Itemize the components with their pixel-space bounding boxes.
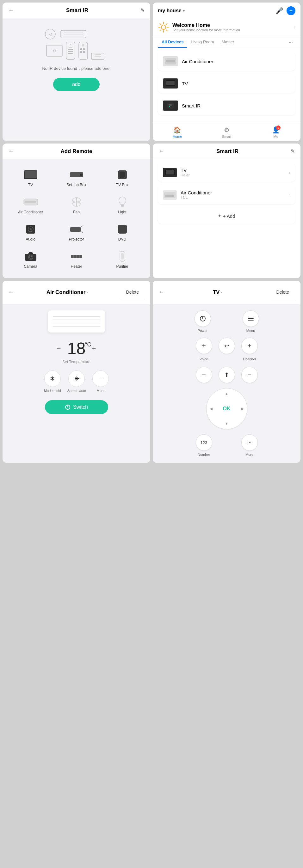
edit-icon[interactable]: ✎ <box>141 7 145 13</box>
svg-rect-30 <box>165 58 176 64</box>
nav-me[interactable]: 👤 1 Me <box>251 125 300 140</box>
nav-up-arrow[interactable]: ▲ <box>225 392 229 396</box>
more-control[interactable]: ··· More <box>92 370 109 393</box>
svg-point-42 <box>80 174 83 176</box>
svg-rect-10 <box>68 51 73 52</box>
mode-control[interactable]: ❄ Mode: cold <box>44 370 61 393</box>
heater-label: Heater <box>70 264 82 269</box>
home-control[interactable]: ⬆ <box>218 367 235 383</box>
svg-rect-51 <box>121 207 124 207</box>
projector-label: Projector <box>69 237 84 242</box>
nav-left-arrow[interactable]: ◀ <box>210 406 213 411</box>
tv-row-number-more: 123 Number ··· More <box>196 434 258 457</box>
svg-line-29 <box>160 30 161 31</box>
tv-row-vol-back-ch: + ↩ + <box>196 338 258 354</box>
ir-device-ac[interactable]: Air Conditioner TCL › <box>158 186 295 204</box>
remote-ac[interactable]: Air Conditioner <box>8 191 54 219</box>
add-button[interactable]: + <box>286 6 295 15</box>
menu-control[interactable]: Menu <box>243 310 259 333</box>
plus-icon: + <box>218 213 221 219</box>
light-label: Light <box>118 210 126 214</box>
back-button[interactable]: ← <box>8 148 14 155</box>
chevron-right-icon: › <box>289 192 290 197</box>
welcome-banner[interactable]: Welcome Home Set your home location for … <box>153 18 300 36</box>
power-label: Power <box>198 329 208 333</box>
device-item-tv[interactable]: TV <box>158 74 295 93</box>
switch-button[interactable]: Switch <box>45 400 108 414</box>
power-control[interactable]: Power <box>194 310 211 333</box>
remote-projector[interactable]: Projector <box>54 219 99 246</box>
delete-button[interactable]: Delete <box>271 285 295 299</box>
remote-fan[interactable]: Fan <box>54 191 99 219</box>
remote-camera[interactable]: Camera <box>8 246 54 273</box>
home-circle: ⬆ <box>218 367 235 383</box>
voice-down-circle: − <box>196 367 212 383</box>
more-control[interactable]: ··· More <box>241 434 258 457</box>
wifi-dot: • <box>221 290 222 294</box>
welcome-left: Welcome Home Set your home location for … <box>158 22 240 33</box>
voice-down-control[interactable]: − <box>196 367 212 383</box>
ir-device-tv[interactable]: TV Haier › <box>158 163 295 182</box>
remote-settopbox[interactable]: Set-top Box <box>54 164 99 191</box>
remote-light[interactable]: Light <box>99 191 145 219</box>
back-button[interactable]: ← <box>8 289 14 296</box>
temp-display: 18°C <box>67 339 86 358</box>
remote-tv[interactable]: TV <box>8 164 54 191</box>
remote-tvbox[interactable]: TV Box <box>99 164 145 191</box>
ac-device-name: Air Conditioner <box>181 190 212 195</box>
grill-line <box>53 326 100 327</box>
remote-audio[interactable]: Audio <box>8 219 54 246</box>
back-control[interactable]: ↩ <box>218 338 235 354</box>
temp-increase-button[interactable]: + <box>92 344 96 352</box>
nav-right-arrow[interactable]: ▶ <box>241 406 244 411</box>
chevron-right-icon: › <box>294 25 295 30</box>
smart-nav-icon: ⚙ <box>224 126 230 134</box>
nav-smart[interactable]: ⚙ Smart <box>202 125 251 140</box>
back-button[interactable]: ← <box>8 7 14 13</box>
number-circle: 123 <box>196 434 212 451</box>
tab-master[interactable]: Master <box>218 36 238 48</box>
remote-heater[interactable]: Heater <box>54 246 99 273</box>
menu-label: Menu <box>246 329 255 333</box>
channel-down-control[interactable]: − <box>241 367 258 383</box>
ac-grill <box>48 310 105 333</box>
tab-more-icon[interactable]: ··· <box>286 36 295 48</box>
speed-control[interactable]: ✳ Speed: auto <box>67 370 86 393</box>
tv-label: TV <box>28 183 33 187</box>
remote-dvd[interactable]: DVD <box>99 219 145 246</box>
house-name[interactable]: my house ▾ <box>158 8 185 13</box>
ok-button[interactable]: OK <box>223 406 231 411</box>
tab-living-room[interactable]: Living Room <box>187 36 218 48</box>
tvbox-icon-svg <box>117 169 128 181</box>
sun-icon <box>158 22 169 33</box>
channel-up-control[interactable]: + <box>241 338 258 354</box>
tv-device-info: TV Haier <box>181 167 190 177</box>
svg-rect-14 <box>80 49 82 50</box>
svg-rect-50 <box>121 205 124 206</box>
edit-icon[interactable]: ✎ <box>291 148 295 154</box>
temp-decrease-button[interactable]: − <box>57 344 61 352</box>
back-button[interactable]: ← <box>158 289 164 296</box>
nav-home[interactable]: 🏠 Home <box>153 125 202 140</box>
microphone-icon[interactable]: 🎤 <box>275 7 283 14</box>
voice-up-control[interactable]: + <box>196 338 212 354</box>
wifi-status-dot: • <box>87 290 88 294</box>
device-item-smartir[interactable]: Smart IR <box>158 96 295 115</box>
delete-button[interactable]: Delete <box>121 285 145 299</box>
light-icon-svg <box>118 196 127 208</box>
device-tabs: All Devices Living Room Master ··· <box>153 36 300 48</box>
add-label: + Add <box>223 213 235 219</box>
no-device-text: No IR device found，please add one. <box>42 66 111 71</box>
device-item-ac[interactable]: Air Conditioner <box>158 52 295 71</box>
remote-purifier[interactable]: Purifier <box>99 246 145 273</box>
number-control[interactable]: 123 Number <box>196 434 212 457</box>
add-button[interactable]: add <box>53 78 100 91</box>
notification-badge: 1 <box>276 125 280 130</box>
add-device-button[interactable]: + + Add <box>158 208 295 224</box>
back-button[interactable]: ← <box>158 148 164 155</box>
nav-down-arrow[interactable]: ▼ <box>225 421 229 426</box>
tab-all-devices[interactable]: All Devices <box>158 36 187 48</box>
set-temp-label: Set Temperature <box>62 360 90 364</box>
smartir-device-icon <box>163 100 178 111</box>
grill-line <box>53 323 100 323</box>
